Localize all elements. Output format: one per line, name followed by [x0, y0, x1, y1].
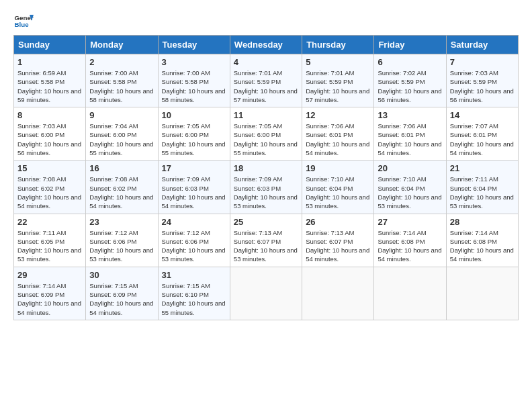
day-number: 5 [306, 57, 370, 67]
calendar-cell [446, 267, 518, 320]
calendar-cell: 19Sunrise: 7:10 AMSunset: 6:04 PMDayligh… [302, 161, 374, 214]
day-number: 26 [306, 217, 370, 227]
day-number: 16 [89, 163, 154, 173]
weekday-header-tuesday: Tuesday [158, 36, 230, 54]
day-info: Sunrise: 7:01 AMSunset: 5:59 PMDaylight:… [234, 69, 298, 103]
calendar-cell: 30Sunrise: 7:15 AMSunset: 6:09 PMDayligh… [86, 267, 158, 320]
day-number: 12 [306, 110, 370, 120]
day-info: Sunrise: 7:05 AMSunset: 6:00 PMDaylight:… [162, 122, 226, 156]
day-info: Sunrise: 7:04 AMSunset: 6:00 PMDaylight:… [89, 122, 153, 156]
calendar-cell: 9Sunrise: 7:04 AMSunset: 6:00 PMDaylight… [86, 107, 158, 161]
calendar-cell: 6Sunrise: 7:02 AMSunset: 5:59 PMDaylight… [374, 54, 446, 107]
calendar-cell: 26Sunrise: 7:13 AMSunset: 6:07 PMDayligh… [302, 214, 374, 267]
day-info: Sunrise: 7:13 AMSunset: 6:07 PMDaylight:… [306, 229, 369, 263]
calendar-cell: 24Sunrise: 7:12 AMSunset: 6:06 PMDayligh… [158, 214, 230, 267]
calendar-cell [230, 267, 302, 320]
day-info: Sunrise: 7:10 AMSunset: 6:04 PMDaylight:… [378, 175, 441, 210]
day-number: 25 [234, 217, 298, 227]
calendar-cell: 14Sunrise: 7:07 AMSunset: 6:01 PMDayligh… [446, 107, 518, 161]
calendar-cell: 31Sunrise: 7:15 AMSunset: 6:10 PMDayligh… [158, 267, 230, 320]
day-info: Sunrise: 7:07 AMSunset: 6:01 PMDaylight:… [450, 122, 514, 156]
day-number: 7 [450, 57, 515, 67]
calendar-cell: 17Sunrise: 7:09 AMSunset: 6:03 PMDayligh… [158, 161, 230, 214]
weekday-header-monday: Monday [86, 36, 158, 54]
day-info: Sunrise: 7:03 AMSunset: 6:00 PMDaylight:… [17, 122, 81, 156]
day-number: 19 [306, 163, 370, 173]
day-number: 18 [234, 163, 298, 173]
weekday-header-sunday: Sunday [14, 36, 86, 54]
day-info: Sunrise: 7:00 AMSunset: 5:58 PMDaylight:… [162, 69, 226, 103]
day-info: Sunrise: 7:06 AMSunset: 6:01 PMDaylight:… [378, 122, 441, 156]
day-number: 9 [89, 110, 154, 120]
day-info: Sunrise: 7:14 AMSunset: 6:08 PMDaylight:… [378, 229, 441, 263]
calendar-cell: 28Sunrise: 7:14 AMSunset: 6:08 PMDayligh… [446, 214, 518, 267]
day-info: Sunrise: 7:15 AMSunset: 6:10 PMDaylight:… [162, 282, 226, 316]
day-info: Sunrise: 7:02 AMSunset: 5:59 PMDaylight:… [378, 69, 441, 103]
day-info: Sunrise: 7:14 AMSunset: 6:09 PMDaylight:… [17, 282, 81, 316]
day-info: Sunrise: 7:14 AMSunset: 6:08 PMDaylight:… [450, 229, 514, 263]
calendar-week-row: 1Sunrise: 6:59 AMSunset: 5:58 PMDaylight… [14, 54, 519, 107]
calendar-cell: 4Sunrise: 7:01 AMSunset: 5:59 PMDaylight… [230, 54, 302, 107]
weekday-header-row: SundayMondayTuesdayWednesdayThursdayFrid… [14, 36, 519, 54]
calendar-cell: 5Sunrise: 7:01 AMSunset: 5:59 PMDaylight… [302, 54, 374, 107]
day-number: 6 [378, 57, 442, 67]
calendar-cell: 25Sunrise: 7:13 AMSunset: 6:07 PMDayligh… [230, 214, 302, 267]
calendar-cell: 23Sunrise: 7:12 AMSunset: 6:06 PMDayligh… [86, 214, 158, 267]
logo: General Blue [13, 11, 36, 31]
calendar-cell: 27Sunrise: 7:14 AMSunset: 6:08 PMDayligh… [374, 214, 446, 267]
weekday-header-friday: Friday [374, 36, 446, 54]
calendar-cell: 12Sunrise: 7:06 AMSunset: 6:01 PMDayligh… [302, 107, 374, 161]
day-number: 4 [234, 57, 298, 67]
calendar-cell: 13Sunrise: 7:06 AMSunset: 6:01 PMDayligh… [374, 107, 446, 161]
calendar-cell [302, 267, 374, 320]
calendar-week-row: 22Sunrise: 7:11 AMSunset: 6:05 PMDayligh… [14, 214, 519, 267]
day-info: Sunrise: 7:06 AMSunset: 6:01 PMDaylight:… [306, 122, 369, 156]
day-number: 14 [450, 110, 515, 120]
calendar-cell: 21Sunrise: 7:11 AMSunset: 6:04 PMDayligh… [446, 161, 518, 214]
calendar-table: SundayMondayTuesdayWednesdayThursdayFrid… [13, 35, 519, 320]
day-info: Sunrise: 7:13 AMSunset: 6:07 PMDaylight:… [234, 229, 298, 263]
day-number: 2 [89, 57, 154, 67]
day-number: 31 [162, 270, 226, 280]
day-info: Sunrise: 7:09 AMSunset: 6:03 PMDaylight:… [234, 175, 298, 210]
day-info: Sunrise: 7:09 AMSunset: 6:03 PMDaylight:… [162, 175, 226, 210]
day-number: 10 [162, 110, 226, 120]
day-info: Sunrise: 7:08 AMSunset: 6:02 PMDaylight:… [89, 175, 153, 210]
calendar-week-row: 8Sunrise: 7:03 AMSunset: 6:00 PMDaylight… [14, 107, 519, 161]
day-info: Sunrise: 7:15 AMSunset: 6:09 PMDaylight:… [89, 282, 153, 316]
day-info: Sunrise: 7:11 AMSunset: 6:05 PMDaylight:… [17, 229, 81, 263]
weekday-header-saturday: Saturday [446, 36, 518, 54]
calendar-cell: 15Sunrise: 7:08 AMSunset: 6:02 PMDayligh… [14, 161, 86, 214]
day-number: 24 [162, 217, 226, 227]
day-number: 15 [17, 163, 82, 173]
day-info: Sunrise: 7:12 AMSunset: 6:06 PMDaylight:… [89, 229, 153, 263]
day-info: Sunrise: 7:03 AMSunset: 5:59 PMDaylight:… [450, 69, 514, 103]
calendar-cell: 1Sunrise: 6:59 AMSunset: 5:58 PMDaylight… [14, 54, 86, 107]
calendar-cell: 18Sunrise: 7:09 AMSunset: 6:03 PMDayligh… [230, 161, 302, 214]
day-number: 11 [234, 110, 298, 120]
day-info: Sunrise: 7:05 AMSunset: 6:00 PMDaylight:… [234, 122, 298, 156]
calendar-cell: 2Sunrise: 7:00 AMSunset: 5:58 PMDaylight… [86, 54, 158, 107]
day-info: Sunrise: 7:00 AMSunset: 5:58 PMDaylight:… [89, 69, 153, 103]
weekday-header-wednesday: Wednesday [230, 36, 302, 54]
day-number: 1 [17, 57, 82, 67]
day-info: Sunrise: 7:10 AMSunset: 6:04 PMDaylight:… [306, 175, 369, 210]
day-info: Sunrise: 7:12 AMSunset: 6:06 PMDaylight:… [162, 229, 226, 263]
day-number: 3 [162, 57, 226, 67]
calendar-week-row: 15Sunrise: 7:08 AMSunset: 6:02 PMDayligh… [14, 161, 519, 214]
day-number: 30 [89, 270, 154, 280]
day-number: 20 [378, 163, 442, 173]
day-number: 17 [162, 163, 226, 173]
day-info: Sunrise: 6:59 AMSunset: 5:58 PMDaylight:… [17, 69, 81, 103]
calendar-cell: 29Sunrise: 7:14 AMSunset: 6:09 PMDayligh… [14, 267, 86, 320]
day-number: 23 [89, 217, 154, 227]
day-number: 13 [378, 110, 442, 120]
calendar-cell: 22Sunrise: 7:11 AMSunset: 6:05 PMDayligh… [14, 214, 86, 267]
calendar-cell: 16Sunrise: 7:08 AMSunset: 6:02 PMDayligh… [86, 161, 158, 214]
svg-text:Blue: Blue [15, 21, 30, 28]
weekday-header-thursday: Thursday [302, 36, 374, 54]
calendar-cell: 10Sunrise: 7:05 AMSunset: 6:00 PMDayligh… [158, 107, 230, 161]
calendar-cell [374, 267, 446, 320]
day-number: 22 [17, 217, 82, 227]
page-header: General Blue [13, 11, 519, 31]
